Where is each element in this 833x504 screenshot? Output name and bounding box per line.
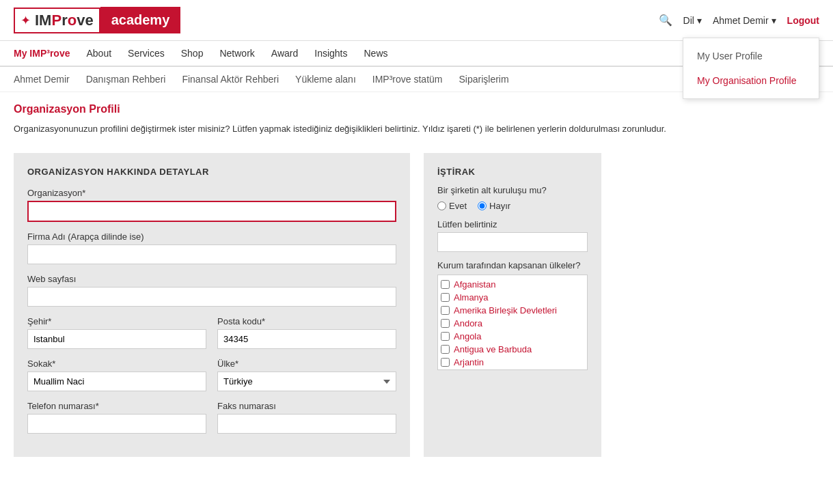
country-checkbox-antigua[interactable]: [441, 345, 450, 354]
organizasyon-label: Organizasyon*: [27, 188, 396, 198]
logo-text: IMProve: [35, 12, 94, 29]
ulke-label: Ülke*: [217, 359, 396, 369]
firma-adi-field: Firma Adı (Arapça dilinde ise): [27, 232, 396, 264]
faks-field: Faks numarası: [217, 401, 396, 434]
sehir-posta-row: Şehir* Posta kodu*: [27, 316, 396, 359]
country-list[interactable]: Afganistan Almanya Amerika Birleşik Devl…: [437, 275, 588, 370]
header: ✦ IMProve academy 🔍 Dil ▾ Ahmet Demir ▾ …: [0, 0, 833, 41]
country-checkbox-andora[interactable]: [441, 319, 450, 328]
country-checkbox-abd[interactable]: [441, 306, 450, 315]
sehir-label: Şehir*: [27, 316, 206, 326]
chevron-down-icon: ▾: [697, 15, 702, 26]
web-field: Web sayfası: [27, 274, 396, 307]
belirtiniz-label: Lütfen belirtiniz: [437, 219, 588, 229]
ulke-select[interactable]: Türkiye: [217, 372, 396, 391]
telefon-faks-row: Telefon numarası* Faks numarası: [27, 401, 396, 443]
nav-item-news[interactable]: News: [364, 48, 388, 59]
evet-radio[interactable]: [437, 201, 446, 210]
nav-item-services[interactable]: Services: [128, 48, 165, 59]
form-left-panel: ORGANİZASYON HAKKINDA DETAYLAR Organizas…: [14, 153, 410, 457]
country-item: Andora: [441, 317, 584, 330]
form-right-panel: İŞTİRAK Bir şirketin alt kuruluşu mu? Ev…: [424, 153, 601, 457]
country-name-arjantin: Arjantin: [454, 357, 484, 367]
organizasyon-input[interactable]: [27, 201, 396, 222]
user-dropdown-menu: My User Profile My Organisation Profile: [683, 38, 819, 99]
user-dropdown[interactable]: Ahmet Demir ▾: [713, 15, 776, 26]
user-label: Ahmet Demir: [713, 15, 769, 26]
web-label: Web sayfası: [27, 274, 396, 284]
dil-dropdown[interactable]: Dil ▾: [683, 15, 702, 26]
search-icon[interactable]: 🔍: [659, 14, 672, 27]
country-name-angola: Angola: [454, 331, 481, 341]
nav-item-shop[interactable]: Shop: [181, 48, 204, 59]
country-item: Afganistan: [441, 278, 584, 291]
page-section: Organizasyon Profili Organizasyonunuzun …: [0, 92, 833, 153]
posta-field: Posta kodu*: [217, 316, 396, 349]
evet-label: Evet: [449, 201, 467, 211]
logo-stars-icon: ✦: [21, 13, 31, 28]
istirak-title: İŞTİRAK: [437, 167, 588, 177]
chevron-down-icon: ▾: [771, 15, 776, 26]
telefon-input[interactable]: [27, 414, 206, 434]
sokak-ulke-row: Sokak* Ülke* Türkiye: [27, 359, 396, 401]
logout-button[interactable]: Logout: [787, 15, 819, 26]
form-left-title: ORGANİZASYON HAKKINDA DETAYLAR: [27, 167, 396, 177]
sehir-input[interactable]: [27, 329, 206, 349]
sokak-field: Sokak*: [27, 359, 206, 391]
sehir-field: Şehir*: [27, 316, 206, 349]
sub-nav-statum[interactable]: IMP³rove statüm: [372, 74, 443, 85]
evet-radio-label[interactable]: Evet: [437, 201, 467, 211]
hayir-radio-label[interactable]: Hayır: [478, 201, 510, 211]
country-item: Antigua ve Barbuda: [441, 343, 584, 356]
my-user-profile-link[interactable]: My User Profile: [683, 44, 819, 68]
telefon-label: Telefon numarası*: [27, 401, 206, 411]
country-name-afganistan: Afganistan: [454, 279, 495, 290]
radio-group: Evet Hayır: [437, 201, 588, 211]
istirak-question: Bir şirketin alt kuruluşu mu?: [437, 185, 588, 195]
my-org-profile-link[interactable]: My Organisation Profile: [683, 68, 819, 93]
sub-nav-siparislerim[interactable]: Siparişlerim: [459, 74, 508, 85]
country-checkbox-almanya[interactable]: [441, 293, 450, 302]
country-name-abd: Amerika Birleşik Devletleri: [454, 305, 557, 316]
sub-nav-finansal[interactable]: Finansal Aktör Rehberi: [182, 74, 279, 85]
organizasyon-field: Organizasyon*: [27, 188, 396, 222]
nav-item-about[interactable]: About: [86, 48, 111, 59]
country-checkbox-arjantin[interactable]: [441, 358, 450, 367]
page-description: Organizasyonunuzun profilini değiştirmek…: [14, 124, 819, 134]
sub-nav-yukleme[interactable]: Yükleme alanı: [295, 74, 356, 85]
firma-adi-input[interactable]: [27, 244, 396, 264]
belirtiniz-input[interactable]: [437, 232, 588, 252]
nav-item-myimprove[interactable]: My IMP³rove: [14, 48, 70, 59]
country-checkbox-afganistan[interactable]: [441, 280, 450, 289]
firma-adi-label: Firma Adı (Arapça dilinde ise): [27, 232, 396, 242]
hayir-label: Hayır: [489, 201, 510, 211]
web-input[interactable]: [27, 287, 396, 307]
country-item: Angola: [441, 330, 584, 343]
country-item: Almanya: [441, 291, 584, 304]
telefon-field: Telefon numarası*: [27, 401, 206, 434]
sokak-input[interactable]: [27, 372, 206, 391]
page-title: Organizasyon Profili: [14, 103, 819, 115]
nav-item-insights[interactable]: Insights: [314, 48, 347, 59]
faks-input[interactable]: [217, 414, 396, 434]
country-name-antigua: Antigua ve Barbuda: [454, 344, 532, 354]
sub-nav-danisman[interactable]: Danışman Rehberi: [86, 74, 166, 85]
ulkeler-label: Kurum tarafından kapsanan ülkeler?: [437, 260, 588, 270]
sokak-label: Sokak*: [27, 359, 206, 369]
country-item: Amerika Birleşik Devletleri: [441, 304, 584, 317]
logo-area: ✦ IMProve academy: [14, 7, 180, 33]
dil-label: Dil: [683, 15, 694, 26]
country-name-almanya: Almanya: [454, 292, 489, 303]
country-checkbox-angola[interactable]: [441, 332, 450, 341]
country-name-andora: Andora: [454, 318, 482, 328]
nav-item-network[interactable]: Network: [219, 48, 254, 59]
header-right: 🔍 Dil ▾ Ahmet Demir ▾ Logout: [659, 14, 819, 27]
posta-input[interactable]: [217, 329, 396, 349]
nav-item-award[interactable]: Award: [271, 48, 298, 59]
posta-label: Posta kodu*: [217, 316, 396, 326]
logo-academy: academy: [100, 7, 181, 33]
sub-nav-ahmet-demir[interactable]: Ahmet Demir: [14, 74, 70, 85]
ulke-field: Ülke* Türkiye: [217, 359, 396, 391]
hayir-radio[interactable]: [478, 201, 487, 210]
form-container: ORGANİZASYON HAKKINDA DETAYLAR Organizas…: [0, 153, 833, 471]
